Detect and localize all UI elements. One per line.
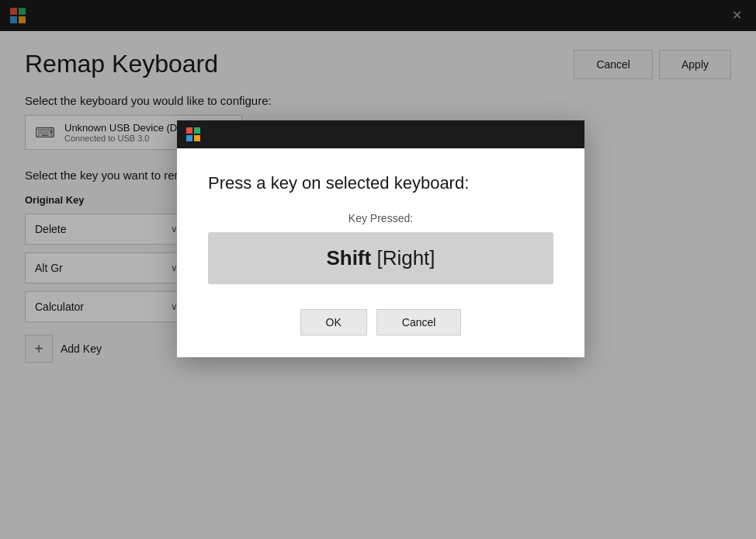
modal-dialog: Press a key on selected keyboard: Key Pr… <box>177 120 584 357</box>
modal-ok-button[interactable]: OK <box>300 309 367 336</box>
modal-heading: Press a key on selected keyboard: <box>208 173 553 193</box>
modal-cancel-button[interactable]: Cancel <box>376 309 462 336</box>
modal-title-bar <box>177 120 584 148</box>
modal-app-icon <box>186 127 200 141</box>
modal-body: Press a key on selected keyboard: Key Pr… <box>177 148 584 357</box>
key-pressed-display: Shift [Right] <box>208 232 553 284</box>
modal-buttons: OK Cancel <box>208 309 553 336</box>
key-pressed-label: Key Pressed: <box>208 212 553 224</box>
